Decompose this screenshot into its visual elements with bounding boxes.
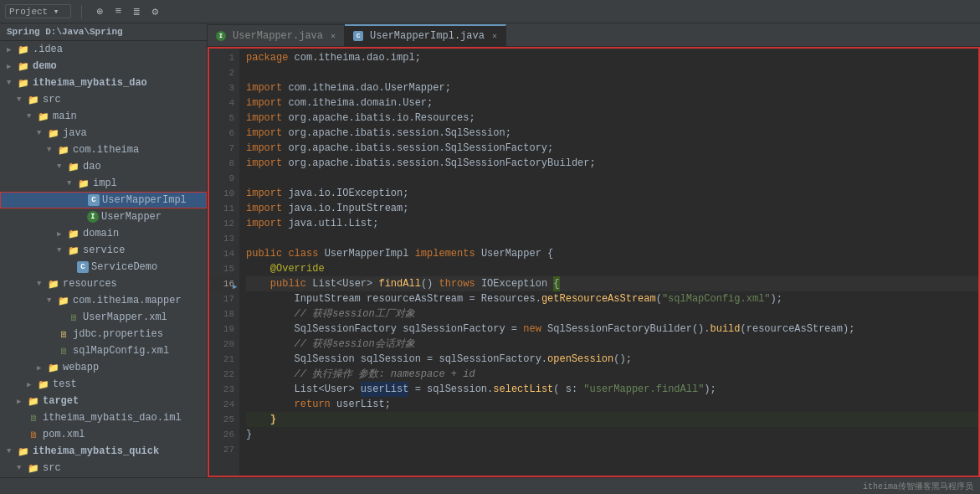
tree-item-service[interactable]: 📁 service — [0, 242, 207, 259]
settings-icon[interactable]: ⚙ — [147, 4, 162, 19]
tree-label-itheima-dao: itheima_mybatis_dao — [33, 77, 147, 89]
tree-item-jdbc-props[interactable]: 🗎 jdbc.properties — [0, 326, 207, 342]
tree-item-sqlmapconfig[interactable]: 🗎 sqlMapConfig.xml — [0, 342, 207, 359]
java-c-icon-usermapperimpl: C — [88, 194, 100, 206]
ln-26: 26 — [209, 427, 234, 442]
ln-7: 7 — [209, 141, 234, 156]
tree-item-quick[interactable]: 📁 itheima_mybatis_quick — [0, 443, 207, 460]
token-brace-25: } — [270, 412, 276, 427]
tree-item-dao[interactable]: 📁 dao — [0, 158, 207, 175]
toolbar: Project ▾ ⊕ ≡ ≣ ⚙ — [0, 0, 980, 23]
tree-item-resources[interactable]: 📁 resources — [0, 275, 207, 292]
tree-item-src[interactable]: 📁 src — [0, 91, 207, 108]
properties-icon-jdbc: 🗎 — [57, 327, 70, 341]
code-editor[interactable]: 1 2 3 4 5 6 7 8 9 10 11 12 13 14 15 16 1… — [208, 47, 980, 477]
structure-icon[interactable]: ≣ — [129, 4, 144, 19]
list-icon[interactable]: ≡ — [110, 4, 126, 19]
tree-item-idea[interactable]: 📁 .idea — [0, 41, 207, 58]
token-comment-20: // 获得session会话对象 — [295, 337, 415, 352]
token-comment-18: // 获得session工厂对象 — [295, 306, 415, 322]
tree-item-test[interactable]: 📁 test — [0, 376, 207, 393]
chevron-src — [17, 95, 25, 104]
tree-item-main[interactable]: 📁 main — [0, 108, 207, 125]
code-line-26: } — [246, 427, 978, 442]
token-plain-17a: resourceAsStream = — [361, 291, 481, 306]
token-cls-17a: InputStream — [295, 291, 361, 306]
tree-label-src: src — [43, 94, 61, 105]
tree-item-usermapperimpl[interactable]: C UserMapperImpl — [0, 192, 207, 208]
code-line-16: ▶ public List<User> findAll() throws IOE… — [246, 276, 978, 291]
code-line-20: // 获得session会话对象 — [246, 337, 978, 352]
token-cls-23b: User — [325, 382, 349, 397]
token-cls-17b: Resources — [481, 291, 536, 306]
code-line-23: List<User> userList = sqlSession.selectL… — [246, 382, 978, 397]
tree-item-servicedemo[interactable]: C ServiceDemo — [0, 259, 207, 275]
code-line-14: public class UserMapperImpl implements U… — [246, 246, 978, 261]
add-icon[interactable]: ⊕ — [92, 4, 107, 19]
tree-item-demo[interactable]: 📁 demo — [0, 58, 207, 75]
ln-8: 8 — [209, 156, 234, 171]
token-paren-17: ( — [656, 291, 662, 306]
code-line-19: SqlSessionFactory sqlSessionFactory = ne… — [246, 322, 978, 337]
project-dropdown[interactable]: Project ▾ — [5, 4, 71, 18]
token-plain-8: org.apache.ibatis.session.SqlSessionFact… — [288, 156, 595, 171]
tree-label-src2: src — [43, 462, 61, 474]
tree-label-mapper-pkg: com.itheima.mapper — [73, 295, 182, 306]
chevron-quick — [7, 447, 15, 455]
token-indent-22 — [246, 367, 295, 382]
code-line-2 — [246, 65, 978, 80]
tree-item-src2[interactable]: 📁 src — [0, 460, 207, 476]
tree-item-webapp[interactable]: 📁 webapp — [0, 359, 207, 376]
xml-icon-usermapper: 🗎 — [67, 311, 80, 324]
code-line-25: } — [246, 412, 978, 427]
folder-icon-src2: 📁 — [27, 461, 40, 475]
token-kw-11: import — [246, 201, 288, 216]
tree-item-java[interactable]: 📁 java — [0, 125, 207, 142]
token-paren-23: ( s: — [553, 382, 583, 397]
watermark-text: itheima传智播客黑马程序员 — [863, 481, 973, 492]
code-line-8: import org.apache.ibatis.session.SqlSess… — [246, 156, 978, 171]
token-indent-16 — [246, 276, 270, 291]
tree-item-iml[interactable]: 🗎 itheima_mybatis_dao.iml — [0, 409, 207, 426]
project-tree[interactable]: 📁 .idea 📁 demo 📁 itheima_mybatis_dao 📁 s… — [0, 41, 207, 477]
code-line-1: package com.itheima.dao.impl; — [246, 50, 978, 65]
token-plain-7: org.apache.ibatis.session.SqlSessionFact… — [288, 141, 553, 156]
folder-icon-target: 📁 — [27, 394, 40, 408]
tab-usermapperimpl[interactable]: C UserMapperImpl.java ✕ — [345, 24, 506, 46]
ln-22: 22 — [209, 367, 234, 382]
tree-item-domain[interactable]: 📁 domain — [0, 225, 207, 242]
toolbar-left: Project ▾ — [5, 4, 71, 18]
pom-icon: 🗎 — [27, 428, 40, 441]
tree-item-pom[interactable]: 🗎 pom.xml — [0, 426, 207, 443]
tree-item-target[interactable]: 📁 target — [0, 393, 207, 409]
token-comment-22: // 执行操作 参数: namespace + id — [295, 367, 475, 382]
token-indent-25 — [246, 412, 270, 427]
tree-label-test: test — [53, 378, 77, 390]
tree-label-main: main — [53, 111, 77, 122]
token-method-17: getResourceAsStream — [541, 291, 656, 306]
token-angle-23a: < — [318, 382, 324, 397]
token-plain-21b: (); — [613, 352, 632, 367]
ln-23: 23 — [209, 382, 234, 397]
tree-item-itheima-dao[interactable]: 📁 itheima_mybatis_dao — [0, 75, 207, 91]
token-indent-20 — [246, 337, 295, 352]
folder-icon-com-itheima: 📁 — [57, 143, 70, 157]
ln-27: 27 — [209, 442, 234, 457]
tree-item-usermapper[interactable]: I UserMapper — [0, 208, 207, 225]
project-panel: Spring D:\Java\Spring 📁 .idea 📁 demo 📁 i… — [0, 23, 208, 477]
project-path: Spring D:\Java\Spring — [7, 27, 123, 37]
code-line-11: import java.io.InputStream; — [246, 201, 978, 216]
tab-close-usermapper[interactable]: ✕ — [331, 31, 336, 41]
tab-close-usermapperimpl[interactable]: ✕ — [492, 31, 497, 41]
tree-item-com-itheima[interactable]: 📁 com.itheima — [0, 142, 207, 158]
tree-item-usermapper-xml[interactable]: 🗎 UserMapper.xml — [0, 309, 207, 326]
tree-label-target: target — [43, 395, 79, 407]
token-plain-24: userList; — [336, 397, 391, 412]
tree-item-mapper-pkg[interactable]: 📁 com.itheima.mapper — [0, 292, 207, 309]
folder-icon-service: 📁 — [67, 244, 80, 257]
token-plain-21a: sqlSession = sqlSessionFactory. — [355, 352, 547, 367]
tree-label-webapp: webapp — [63, 362, 99, 373]
tree-item-impl[interactable]: 📁 impl — [0, 175, 207, 192]
folder-icon-main: 📁 — [37, 110, 50, 123]
tab-usermapper[interactable]: I UserMapper.java ✕ — [208, 24, 345, 46]
